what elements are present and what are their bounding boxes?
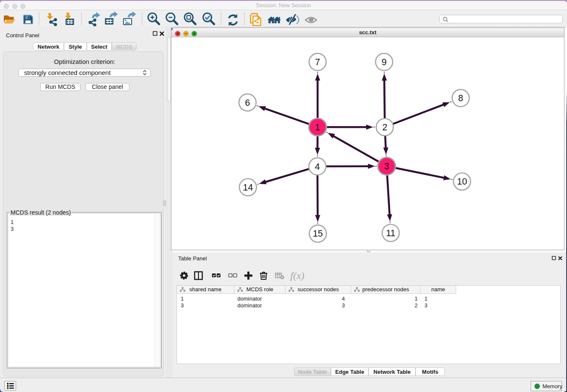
svg-text:14: 14 — [243, 182, 253, 193]
svg-text:11: 11 — [386, 228, 395, 238]
svg-text:1: 1 — [315, 122, 320, 133]
svg-text:2: 2 — [382, 122, 387, 133]
svg-text:4: 4 — [315, 162, 320, 172]
svg-text:8: 8 — [458, 93, 463, 103]
svg-text:7: 7 — [315, 57, 320, 67]
svg-text:10: 10 — [457, 177, 467, 187]
svg-text:15: 15 — [313, 229, 323, 239]
svg-text:6: 6 — [245, 98, 250, 108]
svg-text:9: 9 — [382, 57, 387, 67]
svg-text:3: 3 — [384, 161, 389, 171]
